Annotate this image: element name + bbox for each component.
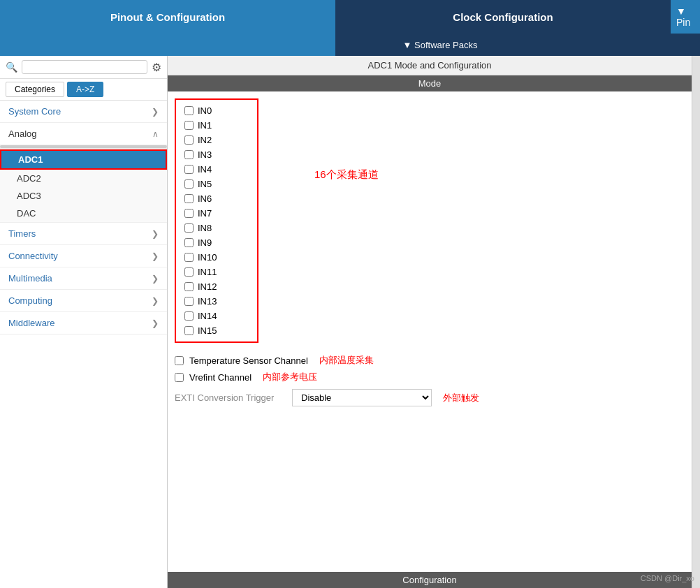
checkbox-in4[interactable] bbox=[184, 165, 194, 174]
checkbox-in3[interactable] bbox=[184, 150, 194, 159]
channel-label-in8: IN8 bbox=[198, 223, 212, 233]
chevron-right-icon: ❯ bbox=[152, 318, 159, 328]
mode-content: IN0 IN1 IN2 IN3 bbox=[168, 91, 692, 572]
channel-label-in2: IN2 bbox=[198, 135, 212, 145]
sidebar-tabs: Categories A->Z bbox=[0, 79, 167, 101]
software-packs-btn[interactable]: ▼ Software Packs bbox=[335, 34, 545, 56]
checkbox-in1[interactable] bbox=[184, 121, 194, 130]
vrefint-annotation: 内部参考电压 bbox=[263, 371, 317, 383]
sidebar-item-label: Connectivity bbox=[8, 251, 58, 261]
tab-categories[interactable]: Categories bbox=[6, 82, 64, 97]
checkbox-in2[interactable] bbox=[184, 135, 194, 145]
search-input[interactable] bbox=[22, 60, 147, 74]
channel-label-in5: IN5 bbox=[198, 179, 212, 189]
channel-row-in13: IN13 bbox=[184, 296, 249, 307]
vrefint-row: Vrefint Channel 内部参考电压 bbox=[175, 371, 685, 383]
channel-label-in4: IN4 bbox=[198, 164, 212, 175]
checkbox-in12[interactable] bbox=[184, 282, 194, 291]
sidebar-item-label: System Core bbox=[8, 106, 61, 117]
channel-row-in0: IN0 bbox=[184, 105, 249, 116]
checkbox-in5[interactable] bbox=[184, 179, 194, 189]
checkbox-vrefint[interactable] bbox=[175, 373, 184, 382]
sidebar-item-multimedia[interactable]: Multimedia ❯ bbox=[0, 267, 167, 290]
chevron-right-icon: ❯ bbox=[152, 251, 159, 261]
chevron-right-icon: ❯ bbox=[152, 274, 159, 284]
channel-row-in12: IN12 bbox=[184, 281, 249, 292]
sidebar-item-connectivity[interactable]: Connectivity ❯ bbox=[0, 245, 167, 267]
sidebar-item-middleware[interactable]: Middleware ❯ bbox=[0, 312, 167, 335]
submenu-adc1[interactable]: ADC1 bbox=[0, 149, 167, 170]
channel-row-in7: IN7 bbox=[184, 208, 249, 219]
sidebar-item-label: Multimedia bbox=[8, 273, 52, 284]
channel-label-in0: IN0 bbox=[198, 105, 212, 116]
content-title: ADC1 Mode and Configuration bbox=[168, 56, 692, 75]
channel-row-in2: IN2 bbox=[184, 135, 249, 145]
channel-row-in3: IN3 bbox=[184, 149, 249, 160]
channel-row-in1: IN1 bbox=[184, 120, 249, 131]
sidebar-item-label: Computing bbox=[8, 295, 52, 306]
checkbox-in11[interactable] bbox=[184, 267, 194, 277]
channel-row-in8: IN8 bbox=[184, 223, 249, 233]
channel-checkbox-group: IN0 IN1 IN2 IN3 bbox=[175, 98, 258, 343]
chevron-right-icon: ❯ bbox=[152, 229, 159, 239]
channel-row-in9: IN9 bbox=[184, 237, 249, 248]
checkbox-in7[interactable] bbox=[184, 209, 194, 218]
checkbox-in6[interactable] bbox=[184, 194, 194, 203]
sidebar: 🔍 ⚙ Categories A->Z System Core ❯ Analog… bbox=[0, 56, 168, 588]
chevron-right-icon: ❯ bbox=[152, 107, 159, 117]
checkbox-in13[interactable] bbox=[184, 297, 194, 306]
sidebar-analog-section: Analog ∧ ADC1 ADC2 ADC3 DAC bbox=[0, 123, 167, 223]
pinout-header[interactable]: Pinout & Configuration bbox=[0, 0, 335, 34]
checkbox-in0[interactable] bbox=[184, 106, 194, 115]
pin-right-header: ▼ Pin bbox=[671, 0, 700, 34]
sidebar-item-computing[interactable]: Computing ❯ bbox=[0, 290, 167, 312]
channel-row-in11: IN11 bbox=[184, 267, 249, 277]
clock-header[interactable]: Clock Configuration bbox=[335, 0, 671, 34]
mode-inner: IN0 IN1 IN2 IN3 bbox=[175, 98, 685, 348]
checkbox-in14[interactable] bbox=[184, 311, 194, 321]
channel-row-in4: IN4 bbox=[184, 164, 249, 175]
scrollbar[interactable] bbox=[692, 56, 700, 588]
channel-row-in14: IN14 bbox=[184, 311, 249, 321]
extra-channels: Temperature Sensor Channel 内部温度采集 Vrefin… bbox=[175, 354, 685, 383]
search-bar: 🔍 ⚙ bbox=[0, 56, 167, 79]
chevron-right-icon: ❯ bbox=[152, 296, 159, 306]
sidebar-item-timers[interactable]: Timers ❯ bbox=[0, 223, 167, 245]
sidebar-item-label: Middleware bbox=[8, 318, 54, 328]
checkbox-in10[interactable] bbox=[184, 253, 194, 262]
tab-atoz[interactable]: A->Z bbox=[67, 82, 103, 97]
config-footer: Configuration bbox=[168, 572, 692, 588]
exti-label: EXTI Conversion Trigger bbox=[175, 392, 286, 403]
sidebar-item-label: Timers bbox=[8, 228, 36, 239]
mode-section-header: Mode bbox=[168, 75, 692, 91]
checkbox-temp-sensor[interactable] bbox=[175, 356, 184, 365]
csdn-watermark: CSDN @Dir_xo bbox=[641, 574, 694, 582]
gear-icon[interactable]: ⚙ bbox=[152, 61, 161, 74]
channel-label-in6: IN6 bbox=[198, 193, 212, 204]
sidebar-item-analog[interactable]: Analog ∧ bbox=[0, 123, 167, 145]
channel-row-in10: IN10 bbox=[184, 252, 249, 263]
channel-row-in15: IN15 bbox=[184, 325, 249, 336]
checkbox-in8[interactable] bbox=[184, 223, 194, 233]
channel-row-in5: IN5 bbox=[184, 179, 249, 189]
temp-sensor-label: Temperature Sensor Channel bbox=[189, 355, 308, 366]
checkbox-in9[interactable] bbox=[184, 238, 194, 247]
exti-select[interactable]: Disable bbox=[292, 389, 432, 406]
channel-label-in10: IN10 bbox=[198, 252, 217, 263]
channel-label-in13: IN13 bbox=[198, 296, 217, 307]
clock-title: Clock Configuration bbox=[453, 11, 553, 23]
annotation-16ch: 16个采集通道 bbox=[314, 168, 379, 182]
submenu-dac[interactable]: DAC bbox=[0, 205, 167, 222]
main-content: ADC1 Mode and Configuration Mode IN0 IN1 bbox=[168, 56, 692, 588]
submenu-adc3[interactable]: ADC3 bbox=[0, 187, 167, 205]
analog-submenu: ADC1 ADC2 ADC3 DAC bbox=[0, 145, 167, 222]
checkbox-in15[interactable] bbox=[184, 326, 194, 335]
search-icon: 🔍 bbox=[6, 61, 17, 73]
channel-label-in15: IN15 bbox=[198, 325, 217, 336]
submenu-adc2[interactable]: ADC2 bbox=[0, 170, 167, 187]
sub-left-spacer bbox=[0, 34, 335, 56]
channel-label-in9: IN9 bbox=[198, 237, 212, 248]
channel-label-in3: IN3 bbox=[198, 149, 212, 160]
channel-label-in11: IN11 bbox=[198, 267, 217, 277]
sidebar-item-system-core[interactable]: System Core ❯ bbox=[0, 101, 167, 123]
